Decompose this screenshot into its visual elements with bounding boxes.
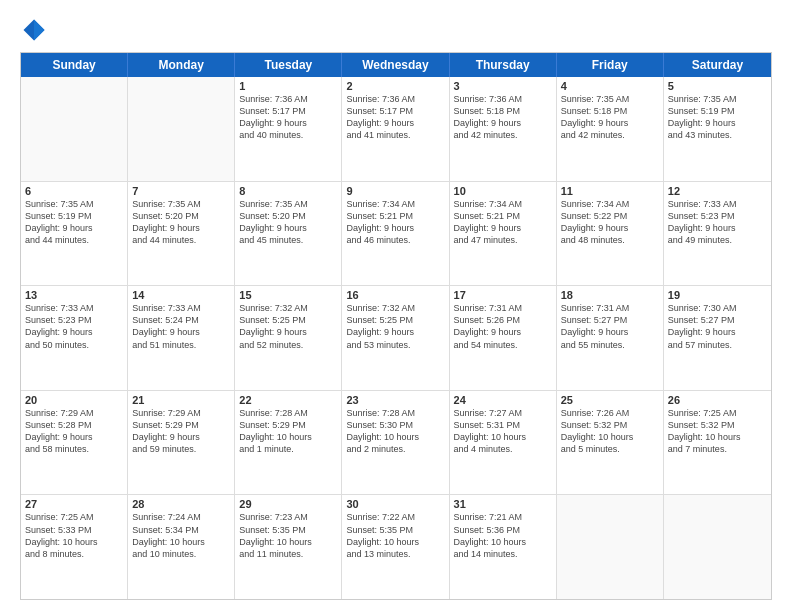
day-info: Sunrise: 7:22 AM Sunset: 5:35 PM Dayligh… bbox=[346, 511, 444, 560]
day-cell-27: 27Sunrise: 7:25 AM Sunset: 5:33 PM Dayli… bbox=[21, 495, 128, 599]
weekday-header-tuesday: Tuesday bbox=[235, 53, 342, 77]
weekday-header-monday: Monday bbox=[128, 53, 235, 77]
day-info: Sunrise: 7:25 AM Sunset: 5:32 PM Dayligh… bbox=[668, 407, 767, 456]
day-cell-29: 29Sunrise: 7:23 AM Sunset: 5:35 PM Dayli… bbox=[235, 495, 342, 599]
day-info: Sunrise: 7:26 AM Sunset: 5:32 PM Dayligh… bbox=[561, 407, 659, 456]
weekday-header-sunday: Sunday bbox=[21, 53, 128, 77]
day-info: Sunrise: 7:24 AM Sunset: 5:34 PM Dayligh… bbox=[132, 511, 230, 560]
day-number: 27 bbox=[25, 498, 123, 510]
day-info: Sunrise: 7:33 AM Sunset: 5:24 PM Dayligh… bbox=[132, 302, 230, 351]
day-cell-2: 2Sunrise: 7:36 AM Sunset: 5:17 PM Daylig… bbox=[342, 77, 449, 181]
day-number: 3 bbox=[454, 80, 552, 92]
day-number: 5 bbox=[668, 80, 767, 92]
day-cell-24: 24Sunrise: 7:27 AM Sunset: 5:31 PM Dayli… bbox=[450, 391, 557, 495]
day-cell-3: 3Sunrise: 7:36 AM Sunset: 5:18 PM Daylig… bbox=[450, 77, 557, 181]
svg-marker-1 bbox=[34, 20, 45, 41]
page: SundayMondayTuesdayWednesdayThursdayFrid… bbox=[0, 0, 792, 612]
calendar-row-1: 6Sunrise: 7:35 AM Sunset: 5:19 PM Daylig… bbox=[21, 182, 771, 287]
day-info: Sunrise: 7:35 AM Sunset: 5:20 PM Dayligh… bbox=[132, 198, 230, 247]
day-number: 25 bbox=[561, 394, 659, 406]
empty-cell-4-6 bbox=[664, 495, 771, 599]
day-info: Sunrise: 7:34 AM Sunset: 5:21 PM Dayligh… bbox=[454, 198, 552, 247]
day-number: 10 bbox=[454, 185, 552, 197]
day-number: 7 bbox=[132, 185, 230, 197]
day-cell-17: 17Sunrise: 7:31 AM Sunset: 5:26 PM Dayli… bbox=[450, 286, 557, 390]
calendar-row-0: 1Sunrise: 7:36 AM Sunset: 5:17 PM Daylig… bbox=[21, 77, 771, 182]
empty-cell-0-1 bbox=[128, 77, 235, 181]
day-number: 2 bbox=[346, 80, 444, 92]
day-number: 24 bbox=[454, 394, 552, 406]
day-number: 31 bbox=[454, 498, 552, 510]
day-info: Sunrise: 7:25 AM Sunset: 5:33 PM Dayligh… bbox=[25, 511, 123, 560]
weekday-header-friday: Friday bbox=[557, 53, 664, 77]
day-cell-1: 1Sunrise: 7:36 AM Sunset: 5:17 PM Daylig… bbox=[235, 77, 342, 181]
day-info: Sunrise: 7:29 AM Sunset: 5:28 PM Dayligh… bbox=[25, 407, 123, 456]
day-cell-8: 8Sunrise: 7:35 AM Sunset: 5:20 PM Daylig… bbox=[235, 182, 342, 286]
day-cell-9: 9Sunrise: 7:34 AM Sunset: 5:21 PM Daylig… bbox=[342, 182, 449, 286]
day-cell-18: 18Sunrise: 7:31 AM Sunset: 5:27 PM Dayli… bbox=[557, 286, 664, 390]
weekday-header-wednesday: Wednesday bbox=[342, 53, 449, 77]
day-info: Sunrise: 7:32 AM Sunset: 5:25 PM Dayligh… bbox=[239, 302, 337, 351]
day-cell-11: 11Sunrise: 7:34 AM Sunset: 5:22 PM Dayli… bbox=[557, 182, 664, 286]
day-number: 20 bbox=[25, 394, 123, 406]
day-number: 26 bbox=[668, 394, 767, 406]
day-cell-28: 28Sunrise: 7:24 AM Sunset: 5:34 PM Dayli… bbox=[128, 495, 235, 599]
day-cell-4: 4Sunrise: 7:35 AM Sunset: 5:18 PM Daylig… bbox=[557, 77, 664, 181]
empty-cell-4-5 bbox=[557, 495, 664, 599]
day-cell-25: 25Sunrise: 7:26 AM Sunset: 5:32 PM Dayli… bbox=[557, 391, 664, 495]
day-info: Sunrise: 7:29 AM Sunset: 5:29 PM Dayligh… bbox=[132, 407, 230, 456]
day-number: 12 bbox=[668, 185, 767, 197]
logo bbox=[20, 16, 52, 44]
calendar-row-3: 20Sunrise: 7:29 AM Sunset: 5:28 PM Dayli… bbox=[21, 391, 771, 496]
day-cell-31: 31Sunrise: 7:21 AM Sunset: 5:36 PM Dayli… bbox=[450, 495, 557, 599]
day-number: 1 bbox=[239, 80, 337, 92]
day-number: 13 bbox=[25, 289, 123, 301]
day-cell-7: 7Sunrise: 7:35 AM Sunset: 5:20 PM Daylig… bbox=[128, 182, 235, 286]
day-cell-10: 10Sunrise: 7:34 AM Sunset: 5:21 PM Dayli… bbox=[450, 182, 557, 286]
header bbox=[20, 16, 772, 44]
day-info: Sunrise: 7:31 AM Sunset: 5:27 PM Dayligh… bbox=[561, 302, 659, 351]
day-number: 17 bbox=[454, 289, 552, 301]
day-number: 21 bbox=[132, 394, 230, 406]
day-info: Sunrise: 7:28 AM Sunset: 5:29 PM Dayligh… bbox=[239, 407, 337, 456]
day-number: 29 bbox=[239, 498, 337, 510]
day-number: 8 bbox=[239, 185, 337, 197]
weekday-header-saturday: Saturday bbox=[664, 53, 771, 77]
day-number: 9 bbox=[346, 185, 444, 197]
day-info: Sunrise: 7:36 AM Sunset: 5:17 PM Dayligh… bbox=[239, 93, 337, 142]
day-info: Sunrise: 7:35 AM Sunset: 5:19 PM Dayligh… bbox=[25, 198, 123, 247]
day-info: Sunrise: 7:35 AM Sunset: 5:18 PM Dayligh… bbox=[561, 93, 659, 142]
day-cell-20: 20Sunrise: 7:29 AM Sunset: 5:28 PM Dayli… bbox=[21, 391, 128, 495]
day-cell-21: 21Sunrise: 7:29 AM Sunset: 5:29 PM Dayli… bbox=[128, 391, 235, 495]
day-info: Sunrise: 7:27 AM Sunset: 5:31 PM Dayligh… bbox=[454, 407, 552, 456]
day-cell-6: 6Sunrise: 7:35 AM Sunset: 5:19 PM Daylig… bbox=[21, 182, 128, 286]
day-info: Sunrise: 7:33 AM Sunset: 5:23 PM Dayligh… bbox=[25, 302, 123, 351]
day-cell-23: 23Sunrise: 7:28 AM Sunset: 5:30 PM Dayli… bbox=[342, 391, 449, 495]
day-number: 18 bbox=[561, 289, 659, 301]
day-number: 23 bbox=[346, 394, 444, 406]
day-info: Sunrise: 7:34 AM Sunset: 5:22 PM Dayligh… bbox=[561, 198, 659, 247]
calendar-header: SundayMondayTuesdayWednesdayThursdayFrid… bbox=[21, 53, 771, 77]
calendar-row-4: 27Sunrise: 7:25 AM Sunset: 5:33 PM Dayli… bbox=[21, 495, 771, 599]
day-number: 28 bbox=[132, 498, 230, 510]
day-info: Sunrise: 7:36 AM Sunset: 5:18 PM Dayligh… bbox=[454, 93, 552, 142]
day-info: Sunrise: 7:34 AM Sunset: 5:21 PM Dayligh… bbox=[346, 198, 444, 247]
day-number: 14 bbox=[132, 289, 230, 301]
day-info: Sunrise: 7:28 AM Sunset: 5:30 PM Dayligh… bbox=[346, 407, 444, 456]
day-number: 6 bbox=[25, 185, 123, 197]
day-info: Sunrise: 7:23 AM Sunset: 5:35 PM Dayligh… bbox=[239, 511, 337, 560]
day-cell-12: 12Sunrise: 7:33 AM Sunset: 5:23 PM Dayli… bbox=[664, 182, 771, 286]
calendar: SundayMondayTuesdayWednesdayThursdayFrid… bbox=[20, 52, 772, 600]
day-info: Sunrise: 7:33 AM Sunset: 5:23 PM Dayligh… bbox=[668, 198, 767, 247]
day-cell-5: 5Sunrise: 7:35 AM Sunset: 5:19 PM Daylig… bbox=[664, 77, 771, 181]
day-number: 30 bbox=[346, 498, 444, 510]
day-number: 22 bbox=[239, 394, 337, 406]
day-cell-30: 30Sunrise: 7:22 AM Sunset: 5:35 PM Dayli… bbox=[342, 495, 449, 599]
day-info: Sunrise: 7:35 AM Sunset: 5:20 PM Dayligh… bbox=[239, 198, 337, 247]
day-cell-13: 13Sunrise: 7:33 AM Sunset: 5:23 PM Dayli… bbox=[21, 286, 128, 390]
day-info: Sunrise: 7:32 AM Sunset: 5:25 PM Dayligh… bbox=[346, 302, 444, 351]
logo-icon bbox=[20, 16, 48, 44]
weekday-header-thursday: Thursday bbox=[450, 53, 557, 77]
day-cell-14: 14Sunrise: 7:33 AM Sunset: 5:24 PM Dayli… bbox=[128, 286, 235, 390]
day-info: Sunrise: 7:30 AM Sunset: 5:27 PM Dayligh… bbox=[668, 302, 767, 351]
